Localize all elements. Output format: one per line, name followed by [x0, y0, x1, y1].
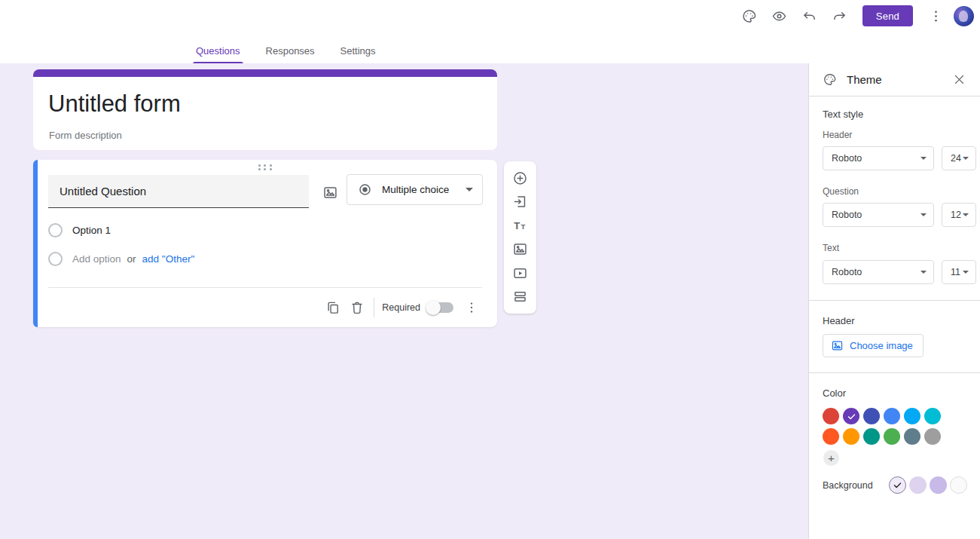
chevron-down-icon: [920, 157, 927, 160]
undo-button[interactable]: [798, 4, 822, 28]
choose-image-button[interactable]: Choose image: [823, 334, 924, 357]
theme-color-swatch[interactable]: [823, 408, 839, 424]
header-size-value: 24: [951, 153, 963, 164]
theme-color-swatch[interactable]: [884, 408, 900, 424]
redo-button[interactable]: [828, 4, 852, 28]
drag-handle-icon[interactable]: [257, 164, 273, 170]
question-font-label: Question: [823, 186, 859, 197]
text-style-section-title: Text style: [823, 109, 863, 120]
add-custom-color-button[interactable]: +: [823, 450, 839, 466]
text-font-value: Roboto: [832, 267, 920, 277]
question-card[interactable]: Untitled Question Multiple choice Opt: [33, 160, 497, 327]
trash-icon: [350, 300, 365, 315]
question-footer-toolbar: Required: [321, 294, 484, 321]
background-swatch[interactable]: [909, 476, 927, 494]
delete-question-button[interactable]: [345, 296, 369, 320]
theme-color-swatch[interactable]: [904, 428, 920, 445]
chevron-down-icon: [963, 157, 969, 160]
header-font-select[interactable]: Roboto: [823, 146, 934, 170]
question-title-input[interactable]: Untitled Question: [48, 175, 309, 208]
send-button[interactable]: Send: [862, 5, 913, 26]
insert-toolbar: T T: [504, 161, 536, 314]
required-label: Required: [382, 302, 420, 313]
color-section-title: Color: [823, 387, 846, 399]
customize-theme-button[interactable]: [737, 4, 762, 28]
question-footer-divider: [48, 287, 482, 288]
kebab-icon: [464, 300, 479, 315]
theme-color-swatch[interactable]: [863, 408, 880, 424]
footer-vertical-divider: [374, 298, 374, 317]
section-divider: [809, 372, 980, 373]
check-icon: [893, 480, 902, 490]
theme-color-swatch[interactable]: [884, 428, 900, 445]
question-type-dropdown[interactable]: Multiple choice: [347, 174, 483, 205]
question-font-select[interactable]: Roboto: [823, 203, 934, 227]
background-swatch[interactable]: [889, 476, 906, 494]
background-swatch[interactable]: [950, 476, 967, 494]
tab-bar: Questions Responses Settings: [187, 41, 385, 64]
kebab-icon: [928, 8, 944, 24]
tab-questions[interactable]: Questions: [187, 41, 249, 64]
theme-panel: Theme Text style Header Roboto 24 Questi…: [808, 63, 980, 539]
chevron-down-icon: [466, 188, 473, 191]
image-icon: [322, 185, 338, 201]
option-label[interactable]: Option 1: [72, 225, 111, 236]
image-icon: [831, 339, 844, 352]
theme-color-swatch[interactable]: [863, 428, 880, 445]
required-toggle[interactable]: [428, 302, 453, 313]
theme-color-swatch[interactable]: [924, 408, 941, 424]
theme-color-swatch[interactable]: [904, 408, 920, 424]
account-avatar[interactable]: [954, 6, 974, 26]
background-swatch[interactable]: [930, 476, 947, 494]
topbar: Send Questions Responses Settings: [0, 0, 980, 63]
add-other-link[interactable]: add "Other": [142, 253, 195, 265]
add-title-button[interactable]: T T: [511, 216, 530, 235]
section-icon: [512, 289, 528, 305]
form-title-card[interactable]: Untitled form Form description: [33, 69, 497, 150]
header-size-select[interactable]: 24: [942, 146, 976, 170]
theme-color-swatch[interactable]: [823, 428, 839, 445]
add-option-row: Add option or add "Other": [48, 252, 194, 266]
add-question-button[interactable]: [511, 168, 530, 188]
question-more-options-button[interactable]: [459, 296, 484, 320]
option-radio-icon: [48, 252, 63, 266]
theme-panel-title: Theme: [847, 73, 948, 86]
add-option-text[interactable]: Add option: [72, 253, 121, 265]
tab-responses[interactable]: Responses: [257, 41, 324, 64]
question-size-select[interactable]: 12: [942, 203, 976, 227]
text-font-select[interactable]: Roboto: [823, 260, 934, 284]
duplicate-question-button[interactable]: [321, 296, 345, 320]
add-section-button[interactable]: [511, 287, 530, 307]
add-image-button[interactable]: [511, 240, 530, 259]
theme-color-swatch[interactable]: [843, 408, 859, 424]
preview-button[interactable]: [768, 4, 792, 28]
form-description-input[interactable]: Form description: [49, 130, 122, 141]
add-question-image-button[interactable]: [318, 180, 342, 204]
tab-settings[interactable]: Settings: [331, 41, 385, 64]
palette-icon: [741, 8, 757, 24]
theme-color-swatch[interactable]: [843, 428, 859, 445]
form-title-input[interactable]: Untitled form: [48, 90, 181, 118]
theme-color-swatch[interactable]: [924, 428, 941, 445]
background-label: Background: [823, 480, 889, 491]
add-video-button[interactable]: [511, 263, 530, 283]
selected-question-indicator: [33, 160, 38, 327]
more-options-button[interactable]: [924, 4, 948, 28]
close-theme-panel-button[interactable]: [948, 69, 969, 90]
copy-icon: [325, 300, 340, 315]
or-text: or: [127, 253, 136, 265]
background-swatches: [889, 476, 967, 494]
option-row[interactable]: Option 1: [48, 223, 111, 237]
choose-image-label: Choose image: [850, 340, 913, 351]
check-icon: [847, 412, 856, 421]
radio-checked-icon: [358, 182, 372, 197]
text-size-select[interactable]: 11: [942, 260, 976, 284]
close-icon: [953, 73, 966, 86]
background-section: Background: [823, 476, 967, 494]
toggle-knob: [426, 300, 441, 315]
plus-circle-icon: [512, 170, 528, 186]
palette-icon: [823, 72, 837, 87]
import-questions-button[interactable]: [511, 192, 530, 212]
theme-color-swatches: [823, 408, 947, 445]
topbar-actions: Send: [737, 5, 974, 26]
